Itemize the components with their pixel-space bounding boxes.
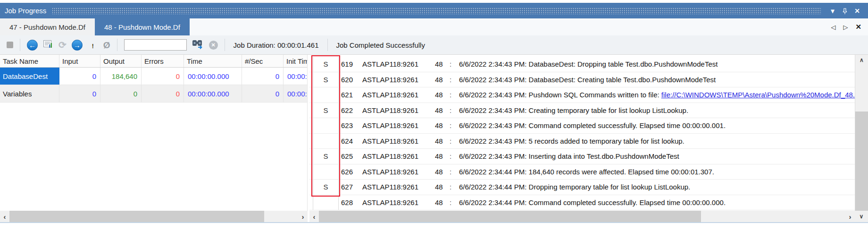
tab-label: 48 - Pushdown Mode.Df <box>104 23 180 31</box>
log-separator: : <box>450 137 459 145</box>
document-tabs: 47 - Pushdown Mode.Df 48 - Pushdown Mode… <box>0 18 190 35</box>
log-line-number: 622 <box>339 106 362 114</box>
scroll-left-icon[interactable]: ‹ <box>0 213 9 221</box>
binoculars-icon <box>192 39 204 49</box>
log-row[interactable]: 623 ASTLAP118:9261 48 : 6/6/2022 2:34:43… <box>309 118 855 134</box>
clear-filter-icon[interactable]: Ø <box>103 41 110 50</box>
horizontal-scroll-thumb[interactable] <box>9 211 264 222</box>
job-log-button[interactable] <box>43 40 53 51</box>
titlebar-grip-texture[interactable] <box>52 8 821 14</box>
log-line-number: 627 <box>339 183 362 191</box>
previous-job-button[interactable]: ← <box>27 40 38 51</box>
log-line-number: 626 <box>339 168 362 176</box>
log-line-number: 620 <box>339 76 362 84</box>
log-search-input[interactable] <box>124 39 187 51</box>
pin-icon[interactable] <box>839 7 851 14</box>
scroll-left-icon[interactable]: ‹ <box>309 213 319 221</box>
job-log-panel: S 619 ASTLAP118:9261 48 : 6/6/2022 2:34:… <box>309 55 855 211</box>
task-table-column-header[interactable]: #/Sec <box>242 55 284 67</box>
task-table-column-header[interactable]: Input <box>59 55 100 67</box>
task-table-column-header[interactable]: Init Tim <box>284 55 308 67</box>
task-name-cell[interactable]: Variables <box>0 85 59 102</box>
task-inittime-cell: 00:00:0 <box>284 85 308 102</box>
next-job-button[interactable]: → <box>72 40 83 51</box>
scroll-down-icon[interactable]: ∨ <box>855 211 868 222</box>
task-table-column-header[interactable]: Time <box>184 55 242 67</box>
log-message: 6/6/2022 2:34:43 PM: Command completed s… <box>459 121 855 129</box>
log-row[interactable]: 621 ASTLAP118:9261 48 : 6/6/2022 2:34:43… <box>309 87 855 103</box>
log-line-number: 625 <box>339 152 362 160</box>
log-row[interactable]: S 625 ASTLAP118:9261 48 : 6/6/2022 2:34:… <box>309 149 855 164</box>
log-status-cell <box>313 164 339 180</box>
log-job-id: 48 <box>435 198 450 206</box>
task-time-cell: 00:00:00.000 <box>184 85 242 102</box>
warning-exclamation: ! <box>88 43 98 50</box>
log-row[interactable]: S 620 ASTLAP118:9261 48 : 6/6/2022 2:34:… <box>309 72 855 88</box>
log-row[interactable]: S 627 ASTLAP118:9261 48 : 6/6/2022 2:34:… <box>309 180 855 195</box>
log-server: ASTLAP118:9261 <box>362 76 435 84</box>
log-row[interactable]: 628 ASTLAP118:9261 48 : 6/6/2022 2:34:44… <box>309 195 855 211</box>
task-row[interactable]: Variables 0 0 0 00:00:00.000 0 00:00:0 <box>0 85 307 103</box>
refresh-icon[interactable]: ⟳ <box>58 40 67 50</box>
task-name-cell[interactable]: DatabaseDest <box>0 68 59 85</box>
task-progress-table: Task NameInputOutputErrorsTime#/SecInit … <box>0 55 308 211</box>
toolbar-separator <box>117 39 117 51</box>
task-table-body: DatabaseDest 0 184,640 0 00:00:00.000 0 … <box>0 68 307 103</box>
log-job-id: 48 <box>435 168 450 176</box>
horizontal-scroll-thumb[interactable] <box>319 211 701 222</box>
window-position-chevron-icon[interactable]: ▾ <box>826 7 839 15</box>
scroll-right-icon[interactable]: › <box>845 213 855 221</box>
log-line-number: 619 <box>339 60 362 68</box>
close-icon[interactable]: ✕ <box>851 7 863 15</box>
log-row[interactable]: 626 ASTLAP118:9261 48 : 6/6/2022 2:34:44… <box>309 164 855 180</box>
log-horizontal-scrollbar[interactable]: ‹ › <box>309 211 855 222</box>
task-errors-cell: 0 <box>142 85 184 102</box>
pin-icon-glyph <box>842 8 848 15</box>
task-persec-cell: 0 <box>242 68 284 85</box>
tab-label: 47 - Pushdown Mode.Df <box>9 23 85 31</box>
tab-navigation: ◁ ▷ ✕ <box>831 18 868 35</box>
content-area: Task NameInputOutputErrorsTime#/SecInit … <box>0 54 868 211</box>
log-server: ASTLAP118:9261 <box>362 121 435 129</box>
scroll-tabs-right-icon[interactable]: ▷ <box>843 24 848 31</box>
document-tab[interactable]: 47 - Pushdown Mode.Df <box>0 18 95 35</box>
log-server: ASTLAP118:9261 <box>362 152 435 160</box>
log-separator: : <box>450 152 459 160</box>
log-message: 6/6/2022 2:34:43 PM: Inserting data into… <box>459 152 855 160</box>
close-document-icon[interactable]: ✕ <box>855 23 861 31</box>
clear-search-icon[interactable]: ✕ <box>209 41 218 50</box>
task-row[interactable]: DatabaseDest 0 184,640 0 00:00:00.000 0 … <box>0 68 307 85</box>
log-job-id: 48 <box>435 60 450 68</box>
task-time-cell: 00:00:00.000 <box>184 68 242 85</box>
log-status-cell <box>313 87 339 103</box>
scroll-tabs-left-icon[interactable]: ◁ <box>831 24 835 31</box>
scroll-right-icon[interactable]: › <box>298 213 308 221</box>
log-status-cell: S <box>313 180 339 195</box>
log-vertical-scrollbar[interactable]: ∧ <box>855 55 868 211</box>
titlebar[interactable]: Job Progress ▾ ✕ <box>0 3 868 18</box>
log-status-cell <box>313 134 339 149</box>
log-server: ASTLAP118:9261 <box>362 198 435 206</box>
log-separator: : <box>450 91 459 99</box>
log-job-id: 48 <box>435 76 450 84</box>
log-message: 6/6/2022 2:34:44 PM: Command completed s… <box>459 198 855 206</box>
task-table-column-header[interactable]: Output <box>100 55 142 67</box>
task-table-column-header[interactable]: Errors <box>142 55 184 67</box>
log-row[interactable]: S 619 ASTLAP118:9261 48 : 6/6/2022 2:34:… <box>309 57 855 72</box>
log-rows: S 619 ASTLAP118:9261 48 : 6/6/2022 2:34:… <box>309 57 855 210</box>
log-job-id: 48 <box>435 137 450 145</box>
stop-job-button[interactable] <box>7 42 13 48</box>
find-next-button[interactable] <box>192 39 204 51</box>
scroll-up-icon[interactable]: ∧ <box>855 55 868 65</box>
show-warnings-button[interactable]: ! <box>88 41 98 50</box>
log-status-cell <box>313 118 339 133</box>
task-table-horizontal-scrollbar[interactable]: ‹ › <box>0 211 308 222</box>
vertical-scroll-thumb[interactable] <box>855 112 868 211</box>
document-tab[interactable]: 48 - Pushdown Mode.Df <box>95 18 190 35</box>
task-table-column-header[interactable]: Task Name <box>0 55 59 67</box>
log-row[interactable]: S 622 ASTLAP118:9261 48 : 6/6/2022 2:34:… <box>309 103 855 119</box>
log-file-link[interactable]: file://C:\WINDOWS\TEMP\Astera\Pushdown%2… <box>661 91 855 99</box>
log-separator: : <box>450 106 459 114</box>
log-line-number: 623 <box>339 121 362 129</box>
log-row[interactable]: 624 ASTLAP118:9261 48 : 6/6/2022 2:34:43… <box>309 134 855 149</box>
